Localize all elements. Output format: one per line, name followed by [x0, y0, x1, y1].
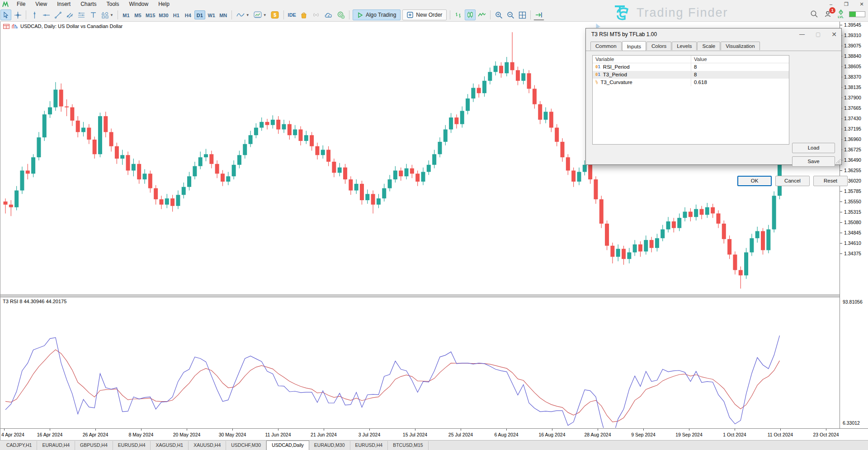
new-order-button[interactable]: New Order — [402, 9, 447, 20]
input-row[interactable]: 01T3_Period8 — [593, 71, 789, 79]
timeframe-h1[interactable]: H1 — [171, 10, 182, 19]
level-icon[interactable]: LVL — [838, 9, 844, 19]
crosshair-tool-button[interactable] — [12, 9, 23, 20]
symbol-tab-eurusd-h4[interactable]: EURUSD,H4 — [113, 441, 151, 450]
symbol-tab-xauusd-h4[interactable]: XAUUSD,H4 — [189, 441, 226, 450]
time-label: 28 Aug 2024 — [585, 432, 611, 437]
bar-chart-button[interactable] — [453, 9, 464, 20]
candle — [237, 150, 241, 168]
dialog-minimize-icon[interactable]: — — [799, 28, 805, 40]
candle — [683, 207, 687, 221]
candle — [405, 164, 409, 179]
zoom-out-button[interactable] — [505, 9, 516, 20]
dialog-tab-visualization[interactable]: Visualization — [721, 42, 760, 50]
candle — [499, 62, 503, 78]
menu-charts[interactable]: Charts — [75, 0, 101, 9]
ok-button[interactable]: OK — [737, 176, 772, 186]
vertical-line-tool-button[interactable] — [29, 9, 40, 20]
chart-shift-button[interactable] — [533, 9, 544, 20]
menu-window[interactable]: Window — [124, 0, 154, 9]
indicator-chart[interactable] — [0, 298, 840, 428]
candle-chart-button[interactable] — [465, 9, 476, 20]
notifications-icon[interactable]: 1 — [824, 10, 832, 18]
fibonacci-tool-button[interactable] — [76, 9, 87, 20]
deposit-button[interactable]: $ — [269, 9, 281, 20]
line-chart-button[interactable] — [476, 9, 487, 20]
dialog-tab-scale[interactable]: Scale — [697, 42, 720, 50]
menu-view[interactable]: View — [30, 0, 52, 9]
cloud-button[interactable] — [323, 9, 335, 20]
symbol-tab-eurusd-h4[interactable]: EURUSD,H4 — [350, 441, 388, 450]
input-row[interactable]: 01RSI_Period8 — [593, 63, 789, 71]
menu-help[interactable]: Help — [153, 0, 175, 9]
dialog-title-bar[interactable]: T3 RSI MT5 by TFLab 1.00 — ▢ ✕ — [586, 28, 841, 40]
indicator-dialog[interactable]: T3 RSI MT5 by TFLab 1.00 — ▢ ✕ CommonInp… — [585, 28, 842, 165]
menu-tools[interactable]: Tools — [102, 0, 124, 9]
timeframe-m1[interactable]: M1 — [121, 10, 132, 19]
save-button[interactable]: Save — [792, 156, 835, 167]
input-value-cell[interactable]: 8 — [691, 63, 789, 71]
inputs-table[interactable]: Variable Value 01RSI_Period801T3_Period8… — [592, 55, 789, 145]
symbol-tab-btcusd-m15[interactable]: BTCUSD,M15 — [388, 441, 429, 450]
price-label: 1.36490 — [844, 157, 861, 163]
input-value-cell[interactable]: 8 — [691, 71, 789, 79]
window-restore-icon[interactable]: ❐ — [842, 0, 851, 8]
signals-button[interactable] — [310, 9, 322, 20]
symbol-tab-xagusd-h1[interactable]: XAGUSD,H1 — [151, 441, 189, 450]
horizontal-line-tool-button[interactable] — [41, 9, 52, 20]
timeframe-m15[interactable]: M15 — [144, 10, 156, 19]
timeframe-w1[interactable]: W1 — [206, 10, 217, 19]
dialog-tab-levels[interactable]: Levels — [672, 42, 697, 50]
symbol-tab-usdchf-m30[interactable]: USDCHF,M30 — [226, 441, 266, 450]
community-button[interactable] — [335, 9, 346, 20]
channel-tool-button[interactable] — [64, 9, 75, 20]
dialog-tab-inputs[interactable]: Inputs — [622, 41, 646, 51]
dialog-close-icon[interactable]: ✕ — [831, 28, 837, 40]
candle — [288, 121, 292, 140]
symbol-tab-usdcad-daily[interactable]: USDCAD,Daily — [266, 441, 309, 450]
cursor-tool-button[interactable] — [0, 9, 11, 20]
input-row[interactable]: ½T3_Curvature0.618 — [593, 79, 789, 86]
dialog-tab-colors[interactable]: Colors — [646, 42, 671, 50]
input-value-cell[interactable]: 0.618 — [691, 79, 789, 86]
price-tick — [840, 191, 842, 192]
cancel-button[interactable]: Cancel — [775, 176, 810, 186]
pane-separator[interactable] — [0, 295, 840, 297]
shapes-tool-button[interactable]: ▼ — [99, 9, 115, 20]
symbol-tab-gbpusd-h4[interactable]: GBPUSD,H4 — [75, 441, 113, 450]
load-button[interactable]: Load — [792, 143, 835, 153]
symbol-tab-euraud-m30[interactable]: EURAUD,M30 — [309, 441, 350, 450]
integer-type-icon: 01 — [595, 71, 600, 79]
time-axis[interactable]: 4 Apr 202416 Apr 202426 Apr 20248 May 20… — [0, 428, 868, 440]
one-click-trading-icon[interactable] — [3, 24, 9, 29]
dialog-tab-common[interactable]: Common — [590, 42, 622, 50]
trendline-tool-button[interactable] — [52, 9, 63, 20]
search-icon[interactable] — [810, 10, 818, 18]
timeframe-h4[interactable]: H4 — [183, 10, 193, 19]
menu-file[interactable]: File — [12, 0, 30, 9]
symbol-tab-cadjpy-h1[interactable]: CADJPY,H1 — [1, 441, 37, 450]
depth-of-market-icon[interactable] — [12, 24, 18, 29]
input-variable-cell: 01T3_Period — [593, 71, 691, 79]
algo-trading-button[interactable]: Algo Trading — [353, 9, 401, 20]
timeframe-m30[interactable]: M30 — [157, 10, 170, 19]
objects-dropdown-button[interactable]: ▼ — [252, 9, 268, 20]
window-close-icon[interactable]: ✕ — [857, 0, 866, 8]
candle — [594, 176, 598, 204]
symbol-tab-euraud-h4[interactable]: EURAUD,H4 — [37, 441, 75, 450]
market-button[interactable] — [298, 9, 309, 20]
zoom-in-button[interactable] — [493, 9, 504, 20]
dialog-restore-icon[interactable]: ▢ — [816, 28, 821, 40]
indicators-dropdown-button[interactable]: ▼ — [235, 9, 251, 20]
window-minimize-icon[interactable]: – — [826, 0, 835, 8]
menu-insert[interactable]: Insert — [52, 0, 75, 9]
text-tool-button[interactable] — [88, 9, 99, 20]
reset-button[interactable]: Reset — [813, 176, 848, 186]
timeframe-m5[interactable]: M5 — [132, 10, 143, 19]
ide-button[interactable]: IDE — [287, 9, 297, 20]
timeframe-mn[interactable]: MN — [218, 10, 229, 19]
timeframe-d1[interactable]: D1 — [194, 10, 205, 19]
dialog-resize-grip[interactable] — [836, 159, 840, 164]
tile-windows-button[interactable] — [517, 9, 528, 20]
price-axis[interactable]: 1.395451.393101.390751.388401.386051.383… — [840, 22, 868, 428]
